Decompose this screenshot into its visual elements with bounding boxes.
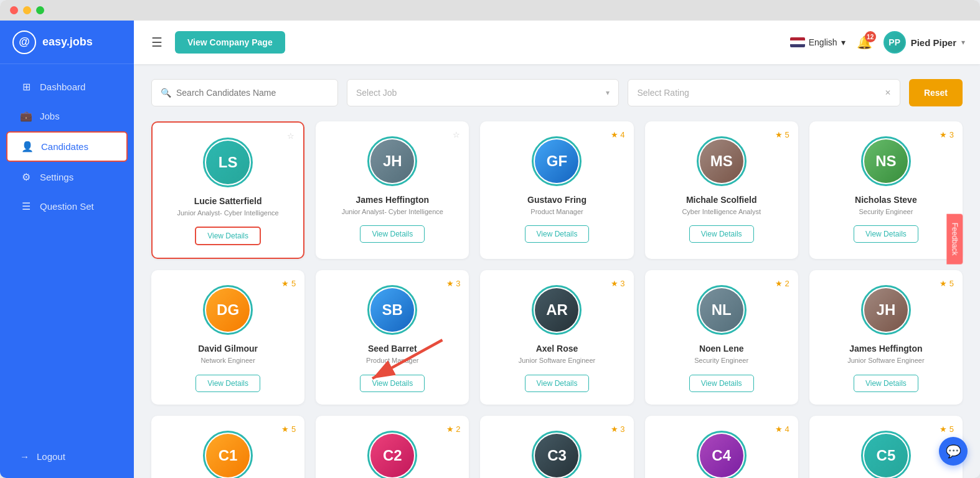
star-rating-11: ★ 5 (281, 424, 296, 434)
avatar-6: DG (206, 288, 250, 332)
settings-icon: ⚙ (20, 171, 32, 183)
avatar-3: GF (535, 139, 578, 183)
main-content: ☰ View Company Page English ▾ 🔔 12 PP Pi… (134, 21, 980, 478)
sidebar-item-settings[interactable]: ⚙ Settings (6, 163, 128, 191)
candidate-card-14: ★ 4 C4 (645, 416, 798, 478)
star-rating-13: ★ 3 (611, 424, 625, 434)
avatar-2: JH (370, 139, 414, 183)
reset-button[interactable]: Reset (909, 79, 963, 106)
view-company-button[interactable]: View Company Page (175, 31, 285, 54)
sidebar-item-jobs[interactable]: 💼 Jobs (6, 102, 128, 130)
star-rating-5: ★ 3 (940, 130, 954, 139)
avatar-ring-2: JH (367, 136, 417, 186)
avatar-7: SB (370, 288, 414, 332)
candidate-card-4: ★ 5 MS Michale Scolfield Cyber Intellige… (645, 121, 798, 259)
flag-icon (790, 37, 805, 47)
view-details-button-2[interactable]: View Details (360, 225, 425, 243)
notifications-button[interactable]: 🔔 12 (857, 35, 872, 50)
star-rating-1: ☆ (287, 131, 294, 141)
sidebar-item-question-set[interactable]: ☰ Question Set (6, 192, 128, 220)
topbar-right: English ▾ 🔔 12 PP Pied Piper ▾ (790, 31, 965, 54)
window-chrome (0, 0, 980, 21)
candidate-name-1: Lucie Satterfield (194, 196, 262, 206)
logo-text: easy.jobs (42, 35, 93, 49)
chat-button[interactable]: 💬 (939, 437, 968, 466)
candidate-card-12: ★ 2 C2 (316, 416, 469, 478)
view-details-button-6[interactable]: View Details (196, 375, 260, 392)
rating-select-text: Select Rating (637, 88, 879, 98)
avatar-9: NL (700, 288, 743, 332)
content-area: 🔍 Select Job ▾ Select Rating ✕ Reset (134, 64, 980, 478)
job-select[interactable]: Select Job ▾ (347, 79, 619, 106)
avatar-10: JH (864, 288, 908, 332)
minimize-dot[interactable] (23, 6, 31, 14)
logo-icon: @ (12, 30, 36, 54)
topbar: ☰ View Company Page English ▾ 🔔 12 PP Pi… (134, 21, 980, 64)
sidebar-item-label: Question Set (40, 201, 94, 212)
view-details-button-4[interactable]: View Details (689, 225, 754, 243)
avatar-4: MS (700, 139, 743, 183)
sidebar-item-label: Jobs (40, 111, 60, 121)
avatar-ring-11: C1 (203, 431, 253, 478)
expand-dot[interactable] (36, 6, 44, 14)
candidates-icon: 👤 (21, 141, 34, 152)
view-details-button-3[interactable]: View Details (525, 225, 590, 243)
star-rating-9: ★ 2 (775, 279, 789, 288)
candidate-card-10: ★ 5 JH James Heffington Junior Software … (809, 270, 963, 404)
view-details-button-7[interactable]: View Details (360, 375, 425, 392)
candidate-name-5: Nicholas Steve (855, 195, 917, 205)
candidate-name-10: James Heffington (849, 344, 922, 354)
candidate-role-1: Junior Analyst- Cyber Intelligence (177, 209, 278, 218)
chat-icon: 💬 (946, 444, 961, 459)
view-details-button-1[interactable]: View Details (195, 227, 261, 245)
profile-menu[interactable]: PP Pied Piper ▾ (883, 31, 965, 54)
star-rating-8: ★ 3 (611, 279, 625, 288)
star-rating-12: ★ 2 (446, 424, 461, 434)
view-details-button-5[interactable]: View Details (854, 225, 918, 243)
logout-icon: → (20, 451, 29, 462)
avatar-ring-4: MS (697, 136, 747, 186)
star-rating-14: ★ 4 (775, 424, 789, 434)
avatar-ring-3: GF (532, 136, 582, 186)
candidate-role-4: Cyber Intelligence Analyst (682, 207, 761, 217)
feedback-tab[interactable]: Feedback (947, 214, 963, 265)
avatar-ring-9: NL (697, 285, 747, 335)
avatar-ring-7: SB (367, 285, 417, 335)
candidate-role-9: Security Engineer (694, 356, 748, 365)
language-selector[interactable]: English ▾ (790, 37, 846, 47)
candidate-name-2: James Heffington (356, 195, 429, 205)
sidebar-item-candidates[interactable]: 👤 Candidates (6, 131, 128, 162)
view-details-button-10[interactable]: View Details (854, 375, 918, 392)
logout-button[interactable]: → Logout (6, 441, 128, 472)
candidate-role-2: Junior Analyst- Cyber Intelligence (342, 207, 443, 217)
avatar-ring-12: C2 (367, 431, 417, 478)
candidates-grid-container: ☆ LS Lucie Satterfield Junior Analyst- C… (151, 121, 963, 478)
star-rating-6: ★ 5 (281, 279, 296, 288)
profile-avatar: PP (883, 31, 906, 54)
language-chevron-icon: ▾ (841, 37, 846, 47)
search-icon: 🔍 (161, 88, 171, 98)
candidate-name-9: Noen Lene (699, 344, 744, 354)
candidate-card-5: ★ 3 NS Nicholas Steve Security Engineer … (809, 121, 963, 259)
view-details-button-8[interactable]: View Details (525, 375, 590, 392)
sidebar-item-dashboard[interactable]: ⊞ Dashboard (6, 73, 128, 101)
logout-label: Logout (37, 451, 65, 462)
star-rating-4: ★ 5 (775, 130, 789, 139)
profile-chevron-icon: ▾ (961, 38, 965, 47)
sidebar-item-label: Settings (40, 172, 73, 182)
rating-select[interactable]: Select Rating ✕ (628, 79, 900, 106)
avatar-ring-15: C5 (861, 431, 911, 478)
candidate-card-1: ☆ LS Lucie Satterfield Junior Analyst- C… (151, 121, 304, 259)
candidate-role-6: Network Engineer (200, 356, 255, 365)
avatar-ring-8: AR (532, 285, 582, 335)
dashboard-icon: ⊞ (20, 81, 32, 93)
avatar-ring-14: C4 (697, 431, 747, 478)
job-select-text: Select Job (356, 88, 601, 98)
hamburger-button[interactable]: ☰ (149, 32, 165, 52)
view-details-button-9[interactable]: View Details (689, 375, 754, 392)
question-set-icon: ☰ (20, 200, 32, 212)
close-dot[interactable] (10, 6, 18, 14)
candidate-role-5: Security Engineer (859, 207, 913, 217)
search-input[interactable] (176, 88, 329, 98)
star-rating-7: ★ 3 (446, 279, 461, 288)
